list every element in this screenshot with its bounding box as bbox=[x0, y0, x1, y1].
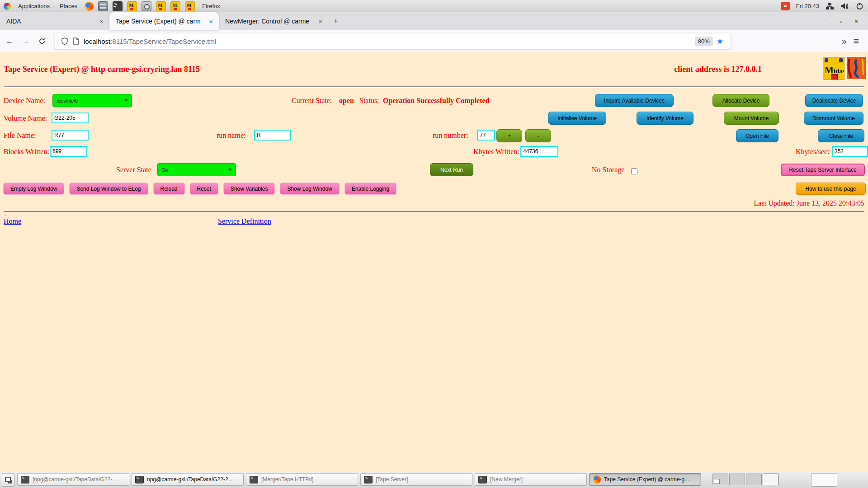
file-manager-launcher-icon[interactable] bbox=[98, 1, 108, 11]
url-bar[interactable]: localhost:8115/TapeService/TapeService.t… bbox=[55, 33, 731, 49]
firefox-launcher-icon[interactable] bbox=[85, 2, 94, 11]
shield-icon[interactable] bbox=[61, 38, 68, 45]
clock[interactable]: Fri 20:43 bbox=[796, 3, 819, 9]
reload-button[interactable] bbox=[35, 34, 49, 48]
current-state-value: open bbox=[339, 97, 354, 105]
forward-button[interactable]: → bbox=[19, 34, 33, 48]
window-close-button[interactable]: × bbox=[852, 18, 861, 25]
screenshot-launcher-icon[interactable] bbox=[142, 1, 151, 11]
midas-launcher-icon[interactable] bbox=[185, 1, 195, 11]
volume-muted-icon[interactable] bbox=[840, 2, 849, 10]
show-log-window-button[interactable]: Show Log Window bbox=[280, 183, 339, 195]
page-info-icon[interactable] bbox=[73, 38, 79, 45]
volume-name-input[interactable] bbox=[52, 113, 89, 123]
taskbar-item-label: npg@carme-gsi:/TapeData/G22-2... bbox=[147, 476, 233, 483]
kbytes-per-sec-input[interactable] bbox=[832, 146, 868, 157]
deallocate-device-button[interactable]: Deallocate Device bbox=[805, 94, 863, 107]
institute-logo-art bbox=[847, 57, 866, 79]
terminal-icon bbox=[135, 476, 144, 483]
taskbar-tray-slot[interactable] bbox=[811, 473, 837, 487]
taskbar-item-tape-server[interactable]: [Tape Server] bbox=[360, 473, 472, 486]
service-definition-link[interactable]: Service Definition bbox=[218, 217, 271, 225]
device-select[interactable]: /dev/file/0 bbox=[52, 94, 132, 107]
device-select-value: /dev/file/0 bbox=[57, 98, 124, 103]
workspace-3[interactable] bbox=[746, 474, 762, 485]
power-icon[interactable] bbox=[856, 2, 863, 10]
taskbar-item-terminal-1[interactable]: [npg@carme-gsi:/TapeData/G22-... bbox=[17, 473, 129, 486]
institute-logo bbox=[847, 57, 866, 79]
reset-button[interactable]: Reset bbox=[190, 183, 218, 195]
tab-title: NewMerger: Control @ carme bbox=[225, 18, 313, 25]
window-minimize-button[interactable]: – bbox=[821, 18, 830, 25]
run-number-decrement-button[interactable]: - bbox=[525, 129, 551, 142]
workspace-4[interactable] bbox=[763, 474, 778, 485]
server-state-select[interactable]: Go bbox=[157, 163, 236, 176]
kbytes-per-sec-label: Kbytes/sec: bbox=[796, 148, 830, 156]
file-name-input[interactable] bbox=[52, 130, 89, 141]
toolbar-overflow-icon[interactable]: » bbox=[835, 36, 853, 47]
terminal-launcher-icon[interactable] bbox=[113, 1, 123, 11]
tab-tape-service[interactable]: Tape Service (Expert) @ carm × bbox=[109, 12, 219, 30]
show-variables-button[interactable]: Show Variables bbox=[223, 183, 275, 195]
applications-menu-icon[interactable] bbox=[4, 3, 11, 10]
mount-volume-button[interactable]: Mount Volume bbox=[724, 112, 779, 125]
back-button[interactable]: ← bbox=[3, 34, 16, 48]
blocks-written-input[interactable] bbox=[50, 146, 87, 157]
show-desktop-button[interactable] bbox=[2, 473, 14, 487]
no-storage-checkbox[interactable] bbox=[631, 168, 637, 174]
window-maximize-button[interactable]: ▫ bbox=[836, 18, 845, 25]
next-run-button[interactable]: Next Run bbox=[430, 163, 473, 176]
empty-log-window-button[interactable]: Empty Log Window bbox=[3, 183, 64, 195]
initialise-volume-button[interactable]: Initialise Volume bbox=[548, 112, 606, 125]
tab-title: Tape Service (Expert) @ carm bbox=[116, 18, 204, 25]
run-name-input[interactable] bbox=[254, 130, 291, 141]
bookmark-star-icon[interactable]: ★ bbox=[717, 37, 723, 46]
taskbar-item-terminal-2[interactable]: npg@carme-gsi:/TapeData/G22-2... bbox=[132, 473, 244, 486]
home-link[interactable]: Home bbox=[4, 217, 21, 225]
tab-close-icon[interactable]: × bbox=[208, 18, 214, 25]
applications-menu[interactable]: Applications bbox=[15, 3, 52, 9]
tab-aida[interactable]: AIDA × bbox=[0, 12, 109, 30]
inquire-available-devices-button[interactable]: Inquire Available Devices bbox=[595, 94, 674, 107]
taskbar-item-new-merger[interactable]: [New Merger] bbox=[475, 473, 587, 486]
server-state-label: Server State bbox=[116, 166, 151, 174]
open-file-button[interactable]: Open File bbox=[736, 129, 778, 142]
tab-close-icon[interactable]: × bbox=[317, 18, 324, 25]
notification-tray-icon[interactable]: » bbox=[781, 2, 790, 10]
reload-page-button[interactable]: Reload bbox=[153, 183, 185, 195]
identify-volume-button[interactable]: Identify Volume bbox=[637, 112, 693, 125]
run-number-input[interactable] bbox=[477, 130, 495, 141]
url-text[interactable]: localhost:8115/TapeService/TapeService.t… bbox=[84, 38, 216, 45]
taskbar-item-label: [New Merger] bbox=[490, 476, 523, 483]
enable-logging-button[interactable]: Enable Logging bbox=[344, 183, 396, 195]
send-log-to-elog-button[interactable]: Send Log Window to ELog bbox=[69, 183, 148, 195]
url-host: localhost bbox=[84, 38, 110, 45]
reset-tape-server-button[interactable]: Reset Tape Server Interface bbox=[781, 164, 865, 176]
divider bbox=[4, 211, 864, 212]
window-controls: – ▫ × bbox=[821, 12, 868, 30]
places-menu[interactable]: Places bbox=[57, 3, 80, 9]
taskbar: [npg@carme-gsi:/TapeData/G22-... npg@car… bbox=[0, 471, 868, 488]
network-icon[interactable] bbox=[826, 2, 834, 10]
zoom-level-badge[interactable]: 80% bbox=[695, 37, 713, 46]
tape-service-page: Tape Service (Expert) @ http carme-gsi.c… bbox=[0, 52, 868, 471]
close-file-button[interactable]: Close File bbox=[818, 129, 864, 142]
midas-launcher-icon[interactable] bbox=[156, 1, 166, 11]
tab-newmerger[interactable]: NewMerger: Control @ carme × bbox=[219, 12, 328, 30]
run-number-increment-button[interactable]: + bbox=[496, 129, 522, 142]
kbytes-written-input[interactable] bbox=[520, 146, 558, 157]
how-to-use-button[interactable]: How to use this page bbox=[796, 183, 866, 195]
menu-hamburger-icon[interactable]: ≡ bbox=[853, 35, 868, 47]
allocate-device-button[interactable]: Allocate Device bbox=[712, 94, 769, 107]
midas-launcher-icon[interactable] bbox=[170, 1, 180, 11]
new-tab-button[interactable]: + bbox=[328, 12, 344, 30]
firefox-icon bbox=[593, 475, 601, 483]
taskbar-item-merger-httpd[interactable]: [Merger/Tape HTTPd] bbox=[246, 473, 358, 486]
workspace-1[interactable] bbox=[712, 474, 728, 485]
dismount-volume-button[interactable]: Dismount Volume bbox=[804, 112, 863, 125]
midas-launcher-icon[interactable] bbox=[127, 1, 137, 11]
taskbar-item-tape-service[interactable]: Tape Service (Expert) @ carme-g... bbox=[589, 473, 701, 486]
workspace-2[interactable] bbox=[729, 474, 745, 485]
tab-close-icon[interactable]: × bbox=[98, 18, 105, 25]
page-title: Tape Service (Expert) @ http carme-gsi.c… bbox=[4, 65, 200, 74]
